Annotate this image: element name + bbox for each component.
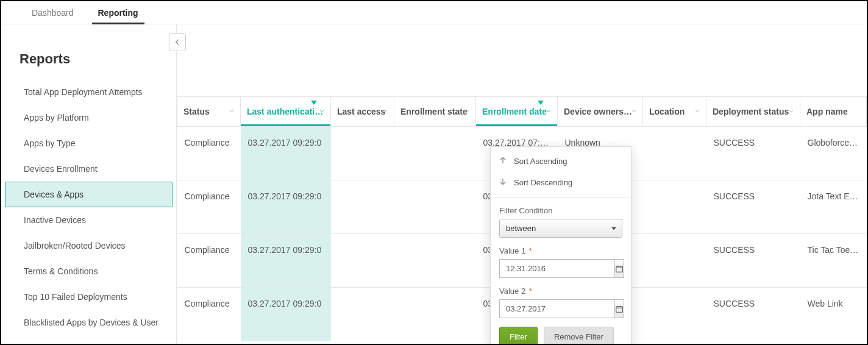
cell-app: Globoforce_SA — [800, 127, 867, 180]
cell-last-auth: 03.27.2017 09:29:0 — [241, 288, 331, 341]
col-header-last-access[interactable]: Last access — [331, 97, 394, 127]
cell-status: Compliance — [177, 127, 241, 180]
sidebar-item-apps-by-type[interactable]: Apps by Type — [5, 130, 173, 156]
sidebar-item-blacklisted[interactable]: Blacklisted Apps by Devices & User — [5, 310, 173, 335]
col-header-device-ownership[interactable]: Device ownership — [558, 97, 643, 127]
chevron-down-icon — [318, 107, 326, 116]
filter-indicator-icon — [311, 101, 317, 105]
cell-enroll-state — [394, 127, 476, 180]
cell-deploy: SUCCESS — [706, 288, 800, 341]
value2-input[interactable] — [499, 299, 614, 318]
cell-app: Jota Text Editor — [800, 180, 867, 234]
column-filter-popover: Sort Ascending Sort Descending Filter Co… — [490, 146, 631, 344]
calendar-icon — [615, 265, 624, 273]
top-tabs: Dashboard Reporting — [1, 1, 867, 24]
svg-rect-0 — [616, 266, 623, 271]
table-header-row: Status Last authentication Last access E… — [177, 97, 867, 127]
sidebar-item-terms-conditions[interactable]: Terms & Conditions — [5, 258, 173, 284]
chevron-down-icon — [228, 107, 235, 116]
main-area: Status Last authentication Last access E… — [177, 24, 867, 344]
sidebar-item-devices-enrollment[interactable]: Devices Enrollment — [5, 156, 173, 182]
cell-location — [643, 127, 706, 180]
sidebar-title: Reports — [1, 37, 176, 73]
cell-deploy: SUCCESS — [706, 127, 800, 180]
col-header-app-name[interactable]: App name — [800, 97, 867, 127]
cell-app: Web Link — [800, 288, 867, 341]
cell-last-access — [331, 127, 394, 180]
tab-dashboard[interactable]: Dashboard — [20, 1, 86, 24]
cell-last-access — [331, 234, 394, 288]
sidebar-item-total-app-deployment[interactable]: Total App Deployment Attempts — [5, 79, 173, 105]
value1-calendar-button[interactable] — [614, 259, 624, 278]
sidebar-item-jailbroken-rooted[interactable]: Jailbroken/Rooted Devices — [5, 233, 173, 258]
arrow-down-icon — [498, 177, 508, 188]
filter-button[interactable]: Filter — [499, 327, 538, 344]
sort-ascending-option[interactable]: Sort Ascending — [491, 151, 631, 172]
chevron-down-icon — [788, 107, 795, 116]
cell-last-access — [331, 180, 394, 234]
value1-input[interactable] — [499, 259, 614, 278]
col-header-status[interactable]: Status — [177, 97, 241, 127]
cell-status: Compliance — [177, 234, 241, 288]
cell-status: Compliance — [177, 288, 241, 341]
cell-last-access — [331, 288, 394, 341]
filter-indicator-icon — [538, 101, 544, 105]
sidebar-list: Total App Deployment Attempts Apps by Pl… — [1, 73, 176, 335]
filter-condition-value: between — [499, 219, 622, 238]
sort-descending-option[interactable]: Sort Descending — [491, 172, 631, 193]
chevron-down-icon — [382, 107, 389, 116]
cell-location — [643, 180, 706, 234]
cell-enroll-state — [394, 288, 476, 341]
col-header-location[interactable]: Location — [643, 97, 706, 127]
cell-app: Tic Tac Toe Free — [800, 234, 867, 288]
cell-status: Compliance — [177, 180, 241, 234]
col-header-deployment-status[interactable]: Deployment status — [706, 97, 800, 127]
chevron-left-icon — [173, 38, 182, 46]
filter-condition-label: Filter Condition — [499, 206, 622, 215]
cell-last-auth: 03.27.2017 09:29:0 — [241, 127, 331, 180]
cell-location — [643, 288, 706, 341]
col-header-enrollment-state[interactable]: Enrollment state — [394, 97, 476, 127]
tab-reporting[interactable]: Reporting — [86, 1, 151, 24]
sort-desc-label: Sort Descending — [514, 178, 572, 187]
cell-location — [643, 234, 706, 288]
sidebar-collapse-button[interactable] — [169, 33, 186, 51]
sidebar-item-apps-by-platform[interactable]: Apps by Platform — [5, 105, 173, 130]
chevron-down-icon — [463, 107, 471, 116]
chevron-down-icon — [694, 107, 701, 116]
value2-calendar-button[interactable] — [614, 299, 624, 318]
cell-deploy: SUCCESS — [706, 180, 800, 234]
chevron-down-icon — [545, 107, 552, 116]
value1-label: Value 1 * — [499, 246, 622, 255]
sidebar-item-devices-and-apps[interactable]: Devices & Apps — [5, 182, 173, 207]
sidebar-item-top10-failed[interactable]: Top 10 Failed Deployments — [5, 284, 173, 310]
cell-last-auth: 03.27.2017 09:29:0 — [241, 180, 331, 234]
sidebar-item-inactive-devices[interactable]: Inactive Devices — [5, 207, 173, 233]
cell-deploy: SUCCESS — [706, 234, 800, 288]
sidebar: Reports Total App Deployment Attempts Ap… — [1, 24, 177, 344]
cell-last-auth: 03.27.2017 09:29:0 — [241, 234, 331, 288]
cell-enroll-state — [394, 180, 476, 234]
calendar-icon — [615, 305, 624, 313]
chevron-down-icon — [630, 107, 638, 116]
col-header-enrollment-date[interactable]: Enrollment date — [476, 97, 558, 127]
sort-asc-label: Sort Ascending — [514, 157, 567, 166]
svg-rect-1 — [616, 306, 623, 311]
cell-enroll-state — [394, 234, 476, 288]
remove-filter-button[interactable]: Remove Filter — [544, 327, 614, 344]
arrow-up-icon — [498, 155, 508, 167]
col-header-last-authentication[interactable]: Last authentication — [241, 97, 331, 127]
value2-label: Value 2 * — [499, 286, 622, 296]
filter-condition-select[interactable]: between — [499, 219, 622, 238]
